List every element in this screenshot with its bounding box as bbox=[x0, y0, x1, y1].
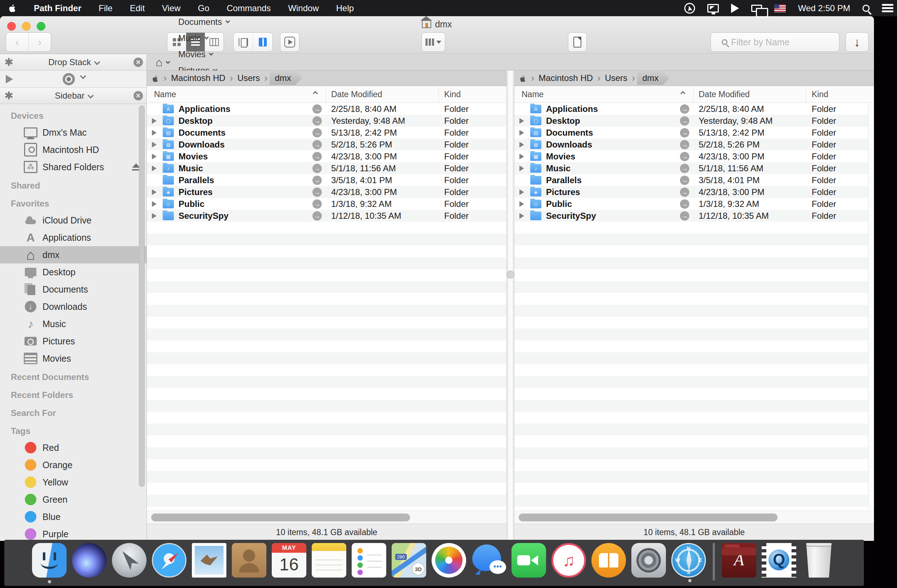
file-row-desktop[interactable]: ▢ Desktop → Yesterday, 9:48 AM Folder bbox=[147, 115, 507, 127]
gear-icon[interactable]: ✱ bbox=[4, 91, 14, 101]
column-name[interactable]: Name bbox=[154, 90, 176, 99]
file-row-documents[interactable]: ▤ Documents → 5/13/18, 2:42 PM Folder bbox=[514, 127, 874, 139]
breadcrumb-item-users[interactable]: Users bbox=[225, 72, 260, 84]
go-arrow-icon[interactable]: → bbox=[680, 199, 689, 209]
us-flag-icon[interactable] bbox=[774, 4, 786, 12]
close-icon[interactable]: × bbox=[133, 91, 143, 101]
sidebar-item-recent-documents[interactable]: Recent Documents bbox=[0, 369, 147, 385]
full-width-button[interactable] bbox=[234, 33, 253, 52]
go-arrow-icon[interactable]: → bbox=[680, 211, 689, 221]
sidebar-item-search-for[interactable]: Search For bbox=[0, 405, 147, 421]
sidebar-item-shared[interactable]: Shared bbox=[0, 178, 147, 194]
sidebar-item-pictures[interactable]: Pictures bbox=[0, 333, 147, 350]
dock-icon-contacts[interactable] bbox=[232, 543, 266, 577]
chevron-down-icon[interactable] bbox=[80, 73, 86, 79]
breadcrumb-item[interactable] bbox=[519, 73, 527, 83]
go-arrow-icon[interactable]: → bbox=[312, 104, 322, 114]
back-button[interactable]: ‹ bbox=[6, 33, 29, 52]
file-row-parallels[interactable]: Parallels → 3/5/18, 4:01 PM Folder bbox=[514, 174, 874, 186]
column-kind[interactable]: Kind bbox=[812, 90, 828, 99]
menu-go[interactable]: Go bbox=[189, 0, 218, 16]
vertical-scrollbar[interactable] bbox=[868, 103, 874, 511]
sidebar-item-applications[interactable]: A Applications bbox=[0, 229, 147, 246]
view-options-button[interactable] bbox=[421, 32, 445, 52]
dock-icon-maps[interactable]: 280 3D bbox=[392, 543, 426, 577]
dock-icon-path-finder[interactable]: N S W E bbox=[671, 543, 706, 577]
go-arrow-icon[interactable]: → bbox=[680, 188, 689, 197]
go-arrow-icon[interactable]: → bbox=[312, 176, 322, 185]
go-arrow-icon[interactable]: → bbox=[312, 128, 322, 137]
file-row-desktop[interactable]: ▢ Desktop → Yesterday, 9:48 AM Folder bbox=[514, 115, 874, 127]
menu-file[interactable]: File bbox=[90, 0, 121, 16]
column-date-modified[interactable]: Date Modified bbox=[331, 90, 382, 99]
sidebar-item-macintosh-hd[interactable]: Macintosh HD bbox=[0, 141, 147, 158]
file-row-documents[interactable]: ▤ Documents → 5/13/18, 2:42 PM Folder bbox=[147, 127, 507, 139]
menu-window[interactable]: Window bbox=[279, 0, 327, 16]
disclosure-triangle-icon[interactable] bbox=[152, 130, 156, 136]
sidebar-item-yellow[interactable]: Yellow bbox=[0, 473, 147, 491]
slideshow-button[interactable] bbox=[280, 32, 300, 52]
go-arrow-icon[interactable]: → bbox=[312, 140, 322, 149]
notification-center-icon[interactable] bbox=[882, 4, 893, 6]
dual-pane-button[interactable] bbox=[253, 33, 272, 52]
sidebar-item-desktop[interactable]: Desktop bbox=[0, 263, 147, 281]
dock-icon-photos[interactable] bbox=[432, 543, 466, 577]
file-row-public[interactable]: ◇ Public → 1/3/18, 9:32 AM Folder bbox=[147, 198, 507, 210]
file-row-pictures[interactable]: ◈ Pictures → 4/23/18, 3:00 PM Folder bbox=[147, 186, 507, 198]
disclosure-triangle-icon[interactable] bbox=[152, 118, 156, 124]
menu-view[interactable]: View bbox=[153, 0, 189, 16]
column-date-modified[interactable]: Date Modified bbox=[699, 90, 750, 99]
go-arrow-icon[interactable]: → bbox=[312, 211, 322, 221]
file-row-downloads[interactable]: ◍ Downloads → 5/2/18, 5:26 PM Folder bbox=[514, 139, 874, 150]
sidebar-item-purple[interactable]: Purple bbox=[0, 525, 147, 541]
disclosure-triangle-icon[interactable] bbox=[152, 142, 156, 148]
sidebar-item-green[interactable]: Green bbox=[0, 491, 147, 508]
menu-help[interactable]: Help bbox=[328, 0, 363, 16]
sort-ascending-icon[interactable] bbox=[680, 91, 685, 96]
dock-icon-safari[interactable] bbox=[152, 543, 187, 577]
sidebar-item-tags[interactable]: Tags bbox=[0, 423, 147, 439]
file-row-securityspy[interactable]: SecuritySpy → 1/12/18, 10:35 AM Folder bbox=[147, 210, 507, 221]
file-row-applications[interactable]: A Applications → 2/25/18, 8:40 AM Folder bbox=[147, 103, 507, 115]
file-row-applications[interactable]: A Applications → 2/25/18, 8:40 AM Folder bbox=[514, 103, 874, 115]
pane-splitter[interactable] bbox=[507, 70, 514, 541]
proxy-document-button[interactable] bbox=[568, 32, 587, 52]
sidebar-title[interactable]: Sidebar bbox=[0, 91, 147, 101]
go-arrow-icon[interactable]: → bbox=[680, 104, 689, 114]
sidebar-item-movies[interactable]: Movies bbox=[0, 350, 147, 367]
disclosure-triangle-icon[interactable] bbox=[519, 130, 524, 136]
file-row-music[interactable]: ♪ Music → 5/1/18, 11:56 AM Folder bbox=[514, 162, 874, 174]
filter-input[interactable] bbox=[731, 37, 828, 47]
file-row-public[interactable]: ◇ Public → 1/3/18, 9:32 AM Folder bbox=[514, 198, 874, 210]
disclosure-triangle-icon[interactable] bbox=[152, 165, 156, 171]
disclosure-triangle-icon[interactable] bbox=[152, 154, 156, 159]
sidebar-item-documents[interactable]: Documents bbox=[0, 281, 147, 298]
disclosure-triangle-icon[interactable] bbox=[519, 189, 524, 195]
file-row-parallels[interactable]: Parallels → 3/5/18, 4:01 PM Folder bbox=[147, 174, 507, 186]
go-arrow-icon[interactable]: → bbox=[680, 152, 689, 161]
forward-button[interactable]: › bbox=[29, 33, 51, 52]
disclosure-triangle-icon[interactable] bbox=[519, 201, 524, 207]
breadcrumb-item-macintosh-hd[interactable]: Macintosh HD bbox=[527, 72, 593, 84]
disclosure-triangle-icon[interactable] bbox=[152, 189, 156, 195]
folder-dropdown-documents[interactable]: Documents bbox=[173, 16, 236, 30]
sidebar-item-icloud-drive[interactable]: iCloud Drive bbox=[0, 212, 147, 229]
dock-icon-calendar[interactable]: MAY 16 bbox=[272, 543, 306, 577]
dock-icon-finder[interactable] bbox=[32, 543, 67, 577]
sidebar-item-orange[interactable]: Orange bbox=[0, 456, 147, 473]
file-row-movies[interactable]: ▦ Movies → 4/23/18, 3:00 PM Folder bbox=[514, 150, 874, 162]
dock-icon-trash[interactable] bbox=[803, 543, 835, 577]
dock-icon-system-preferences[interactable] bbox=[631, 543, 666, 577]
breadcrumb-item-users[interactable]: Users bbox=[593, 72, 628, 84]
navigation-icon[interactable] bbox=[684, 3, 695, 14]
dock-icon-messages[interactable]: ••• bbox=[471, 543, 506, 577]
go-arrow-icon[interactable]: → bbox=[312, 188, 322, 197]
menu-clock[interactable]: Wed 2:50 PM bbox=[798, 3, 850, 13]
home-dropdown[interactable]: ⌂ bbox=[152, 54, 171, 70]
drop-stack-area[interactable] bbox=[0, 70, 147, 88]
sidebar-item-blue[interactable]: Blue bbox=[0, 508, 147, 525]
downloads-button[interactable]: ↓ bbox=[845, 32, 869, 52]
close-icon[interactable]: × bbox=[133, 58, 143, 67]
sidebar-item-devices[interactable]: Devices bbox=[0, 108, 147, 124]
folder-dropdown-movies[interactable]: Movies bbox=[173, 46, 236, 62]
